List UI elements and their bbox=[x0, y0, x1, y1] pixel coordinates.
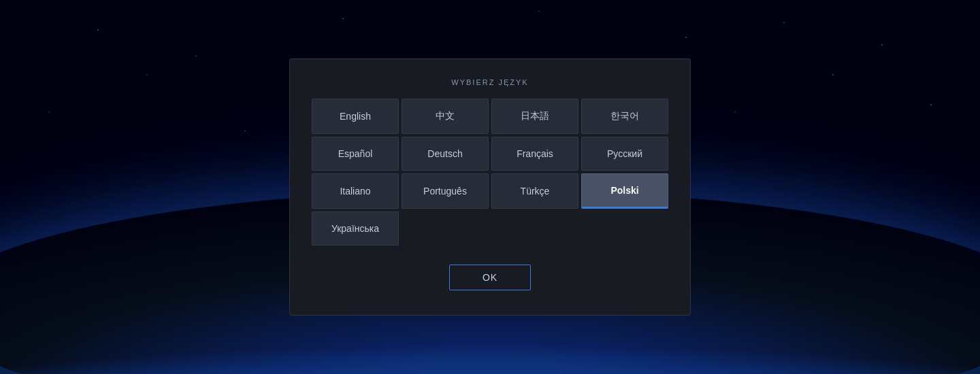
lang-chinese[interactable]: 中文 bbox=[402, 99, 489, 134]
language-grid: English 中文 日本語 한국어 Español Deutsch Franç… bbox=[312, 99, 668, 209]
lang-russian[interactable]: Русский bbox=[581, 137, 668, 171]
ok-button[interactable]: OK bbox=[449, 265, 531, 290]
lang-korean[interactable]: 한국어 bbox=[581, 99, 668, 134]
lang-turkish[interactable]: Türkçe bbox=[491, 173, 578, 209]
lang-italian[interactable]: Italiano bbox=[312, 173, 399, 209]
language-grid-last-row: Українська bbox=[312, 211, 668, 245]
lang-japanese[interactable]: 日本語 bbox=[491, 99, 578, 134]
lang-polish[interactable]: Polski bbox=[581, 173, 668, 209]
language-dialog: WYBIERZ JĘZYK English 中文 日本語 한국어 Español… bbox=[289, 58, 691, 316]
lang-french[interactable]: Français bbox=[491, 137, 578, 171]
lang-english[interactable]: English bbox=[312, 99, 399, 134]
lang-spanish[interactable]: Español bbox=[312, 137, 399, 171]
lang-ukrainian[interactable]: Українська bbox=[312, 211, 399, 245]
lang-portuguese[interactable]: Português bbox=[402, 173, 489, 209]
lang-german[interactable]: Deutsch bbox=[402, 137, 489, 171]
ok-container: OK bbox=[312, 265, 668, 290]
dialog-title: WYBIERZ JĘZYK bbox=[312, 78, 668, 86]
